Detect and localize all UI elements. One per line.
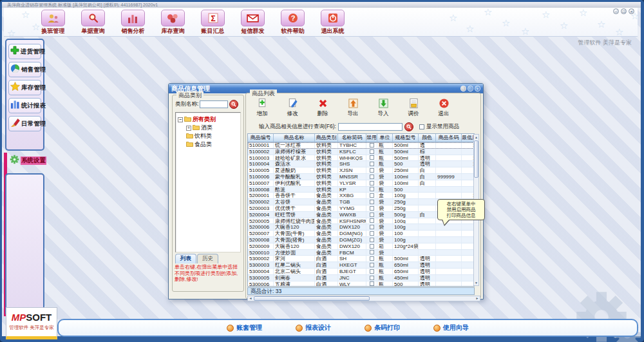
table-row[interactable]: 5300002宋河白酒SH瓶500ml透明9: [248, 256, 474, 262]
dialog-maximize-icon[interactable]: □: [468, 86, 473, 91]
table-row[interactable]: 5300003红星二锅头白酒HXEGT瓶650ml透明6: [248, 262, 474, 269]
table-row[interactable]: 5200001香香饼干食品类XXBG盒100g10: [248, 193, 474, 199]
disabled-checkbox[interactable]: [370, 276, 374, 280]
tab-列表[interactable]: 列表: [175, 254, 196, 263]
column-header-单位[interactable]: 单位: [377, 134, 393, 142]
disabled-checkbox[interactable]: [370, 244, 374, 249]
disabled-checkbox[interactable]: [370, 175, 374, 179]
disabled-checkbox[interactable]: [370, 206, 374, 211]
sidebar-item-销售管理[interactable]: 销售管理: [8, 62, 41, 77]
column-header-商品编号[interactable]: 商品编号: [248, 134, 274, 142]
column-header-名称简码[interactable]: 名称简码: [338, 134, 366, 142]
dialog-minimize-icon[interactable]: –: [460, 86, 466, 91]
disabled-checkbox[interactable]: [370, 250, 374, 254]
table-row[interactable]: 5100004森活水饮料类SHS瓶500透明12: [248, 161, 474, 167]
footer-link-使用向导[interactable]: 使用向导: [433, 323, 469, 332]
scroll-right-icon[interactable]: ►: [475, 296, 480, 301]
scroll-left-icon[interactable]: ◄: [248, 296, 253, 301]
footer-link-报表设计[interactable]: 报表设计: [296, 323, 331, 332]
disabled-checkbox[interactable]: [370, 256, 374, 261]
toolbar-button-退出系统[interactable]: 退出系统: [317, 9, 348, 35]
table-row[interactable]: 5300006五粮液白酒WLY瓶500透明6: [248, 281, 474, 287]
tree-node-酒类[interactable]: +酒类: [186, 124, 240, 132]
disabled-checkbox[interactable]: [370, 218, 374, 223]
disabled-checkbox[interactable]: [370, 225, 374, 229]
table-row[interactable]: 5100005夏进酸奶饮料类XJSN袋250ml白0: [248, 167, 474, 174]
minimize-icon[interactable]: –: [613, 8, 619, 14]
table-row[interactable]: 5100002康师傅柠檬茶饮料类KSFLC瓶500ml棕0: [248, 149, 474, 155]
table-row[interactable]: 5200009大碗香120食品类DWX120箱120g*24袋0: [248, 243, 474, 250]
footer-link-条码打印[interactable]: 条码打印: [365, 323, 400, 332]
disabled-checkbox[interactable]: [370, 193, 374, 198]
disabled-checkbox[interactable]: [370, 155, 374, 160]
scroll-down-icon[interactable]: ▼: [474, 280, 478, 285]
dialog-button-删除[interactable]: 删除: [310, 97, 335, 118]
table-row[interactable]: 5200006大碗香120食品类DWX120袋100g0: [248, 224, 474, 231]
sidebar-item-统计报表[interactable]: 统计报表: [8, 98, 41, 113]
toolbar-button-账目汇总[interactable]: Σ账目汇总: [197, 9, 229, 35]
disabled-checkbox[interactable]: [370, 143, 374, 147]
sidebar-item-settings[interactable]: 系统设置: [10, 155, 46, 167]
collapse-icon[interactable]: −: [178, 117, 183, 122]
dialog-button-退出[interactable]: 退出: [431, 97, 456, 118]
tree-node-食品类[interactable]: 食品类: [186, 140, 240, 149]
disabled-checkbox[interactable]: [370, 168, 374, 173]
toolbar-button-软件帮助[interactable]: ?软件帮助: [277, 9, 308, 35]
table-row[interactable]: 5100007伊利优酸乳饮料类YLYSR袋100ml白0: [248, 180, 474, 187]
disabled-checkbox[interactable]: [370, 281, 374, 286]
dialog-button-增加[interactable]: 增加: [250, 97, 274, 118]
dialog-button-导出[interactable]: 导出: [341, 97, 365, 118]
dialog-button-调价[interactable]: 调价: [401, 97, 426, 118]
table-horizontal-scrollbar[interactable]: ◄ ►: [247, 296, 480, 301]
expand-icon[interactable]: +: [186, 126, 191, 131]
disabled-checkbox[interactable]: [370, 162, 374, 166]
table-row[interactable]: 5200007大骨面(牛骨)食品类DGM(NG)袋1000: [248, 231, 474, 237]
sidebar-item-进货管理[interactable]: 进货管理: [8, 44, 41, 59]
table-row[interactable]: 5100006蒙牛酸酸乳饮料类MNSSR袋100ml白9999990: [248, 174, 474, 180]
scroll-up-icon[interactable]: ▲: [474, 135, 478, 140]
sidebar-item-日常管理[interactable]: 日常管理: [8, 116, 41, 131]
footer-link-账套管理[interactable]: 账套管理: [227, 323, 262, 332]
scrollbar-thumb[interactable]: [474, 140, 478, 178]
tab-历史[interactable]: 历史: [197, 254, 218, 263]
table-row[interactable]: 5100008酷派饮料类KP瓶5000: [248, 187, 474, 193]
sidebar-item-库存管理[interactable]: 库存管理: [8, 80, 41, 95]
column-header-商品条码[interactable]: 商品条码: [436, 134, 462, 142]
toolbar-button-库存查询[interactable]: 库存查询: [157, 9, 189, 35]
disabled-checkbox[interactable]: [370, 213, 374, 217]
category-name-input[interactable]: [200, 100, 228, 108]
disabled-checkbox[interactable]: [370, 187, 374, 191]
product-search-input[interactable]: [338, 123, 402, 131]
disabled-checkbox[interactable]: [370, 149, 374, 154]
toolbar-button-换班管理[interactable]: 换班管理: [37, 9, 69, 35]
dialog-titlebar[interactable]: 商品信息管理 – □ ×: [169, 84, 483, 93]
disabled-checkbox[interactable]: [370, 231, 374, 236]
maximize-icon[interactable]: □: [621, 8, 627, 14]
dialog-close-icon[interactable]: ×: [475, 86, 480, 91]
column-header-商品类别[interactable]: 商品类别: [315, 134, 338, 142]
dialog-button-导入[interactable]: 导入: [371, 97, 395, 118]
column-header-最低库存[interactable]: 最低库存: [462, 134, 475, 142]
scrollbar-thumb[interactable]: [254, 296, 370, 301]
close-icon[interactable]: ×: [629, 8, 634, 14]
column-header-颜色[interactable]: 颜色: [419, 134, 436, 142]
table-row[interactable]: 5100001统一冰红茶饮料类TYBHC瓶500ml透12: [248, 142, 474, 149]
show-disabled-checkbox[interactable]: [419, 124, 424, 129]
toolbar-button-单据查询[interactable]: 单据查询: [77, 9, 109, 35]
disabled-checkbox[interactable]: [370, 181, 374, 185]
toolbar-button-销售分析[interactable]: 销售分析: [117, 9, 149, 35]
column-header-规格型号[interactable]: 规格型号: [393, 134, 419, 142]
dialog-button-修改[interactable]: 修改: [280, 97, 305, 118]
table-row[interactable]: 5100003娃哈哈矿泉水饮料类WHHKQS瓶500ml透明12: [248, 155, 474, 162]
table-row[interactable]: 5200008大骨面(猪骨)食品类DGM(ZG)袋100g0: [248, 237, 474, 243]
tree-node-饮料类[interactable]: 饮料类: [186, 132, 240, 140]
table-row[interactable]: 5300004北京二锅头白酒BJEGT瓶650ml透明6: [248, 269, 474, 275]
column-header-禁用[interactable]: 禁用: [366, 134, 377, 142]
disabled-checkbox[interactable]: [370, 269, 374, 274]
product-search-button[interactable]: [404, 122, 413, 131]
category-search-button[interactable]: [229, 100, 238, 109]
table-row[interactable]: 5300005剑南春白酒JNC瓶450ml透明6: [248, 275, 474, 281]
disabled-checkbox[interactable]: [370, 263, 374, 267]
toolbar-button-短信群发[interactable]: 短信群发: [237, 9, 269, 35]
disabled-checkbox[interactable]: [370, 200, 374, 204]
